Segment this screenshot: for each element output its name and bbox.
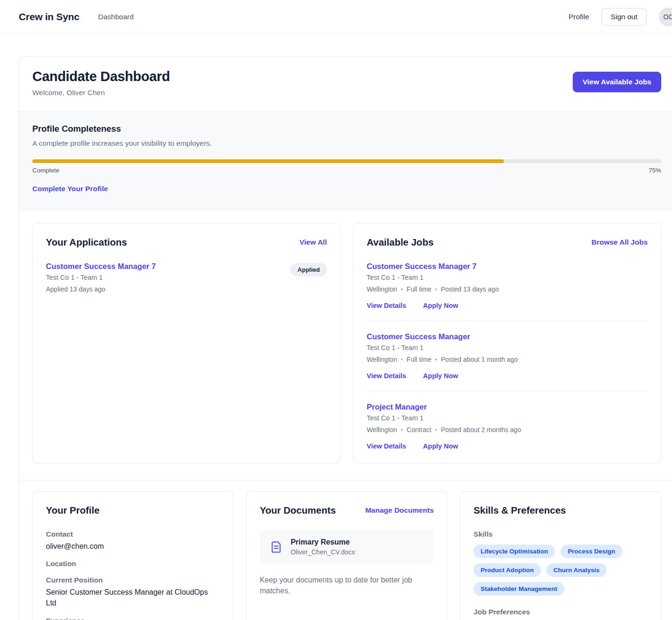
job-actions: View Details Apply Now — [367, 302, 648, 309]
skills-card-header: Skills & Preferences — [473, 505, 648, 516]
skill-chip: Lifecycle Optimisation — [473, 545, 555, 558]
job-title-link[interactable]: Customer Success Manager — [367, 332, 470, 341]
profile-completeness-section: Profile Completeness A complete profile … — [19, 111, 672, 210]
job-posted: Posted about 1 month ago — [431, 356, 517, 363]
applications-title: Your Applications — [46, 237, 127, 248]
dashboard-panel: Candidate Dashboard Welcome, Oliver Chen… — [19, 56, 672, 620]
profile-field-label: Current Position — [46, 576, 220, 584]
job-company: Test Co 1 - Team 1 — [367, 414, 648, 422]
job-location: Wellington — [367, 285, 397, 293]
nav-profile-link[interactable]: Profile — [569, 13, 589, 21]
skill-chip: Churn Analysis — [546, 563, 607, 577]
apply-now-link[interactable]: Apply Now — [423, 302, 458, 309]
skill-chip: Process Design — [561, 545, 622, 558]
job-type: Full time — [397, 356, 431, 363]
browse-all-jobs-link[interactable]: Browse All Jobs — [591, 238, 648, 247]
nav-right-group: Profile Sign out OC — [569, 7, 672, 26]
completeness-description: A complete profile increases your visibi… — [32, 139, 661, 148]
job-actions: View Details Apply Now — [367, 372, 648, 380]
job-actions: View Details Apply Now — [367, 442, 648, 450]
progress-bar-fill — [32, 159, 504, 163]
job-location: Wellington — [367, 426, 397, 433]
documents-card-header: Your Documents Manage Documents — [260, 505, 434, 516]
status-badge: Applied — [290, 263, 327, 276]
application-date: Applied 13 days ago — [46, 285, 156, 293]
avatar[interactable]: OC — [659, 7, 672, 26]
job-posted: Posted about 2 months ago — [431, 426, 521, 433]
document-icon — [269, 540, 283, 554]
job-title-link[interactable]: Customer Success Manager 7 — [367, 262, 477, 271]
profile-field: Experience 7 years — [46, 617, 220, 620]
application-job-title-link[interactable]: Customer Success Manager 7 — [46, 262, 156, 271]
progress-bar-track — [32, 159, 661, 163]
profile-field-label: Location — [46, 560, 220, 568]
top-nav: Crew in Sync Dashboard Profile Sign out … — [0, 0, 672, 34]
two-column-section: Your Applications View All Customer Succ… — [32, 223, 661, 463]
welcome-text: Welcome, Oliver Chen — [32, 89, 170, 97]
three-column-section: Your Profile Contact oliver@chen.com Loc… — [32, 491, 661, 620]
skills-chips: Lifecycle Optimisation Process Design Pr… — [473, 545, 648, 596]
job-type: Full time — [397, 285, 431, 293]
skill-chip: Product Adoption — [473, 563, 540, 577]
applications-card: Your Applications View All Customer Succ… — [32, 223, 340, 463]
page-header-text: Candidate Dashboard Welcome, Oliver Chen — [32, 69, 170, 97]
job-item: Project Manager Test Co 1 - Team 1 Welli… — [367, 391, 648, 450]
profile-field: Location — [46, 560, 220, 568]
profile-field-label: Contact — [46, 530, 220, 538]
app-logo: Crew in Sync — [19, 11, 79, 22]
progress-labels: Complete 75% — [32, 167, 661, 174]
document-info: Primary Resume Oliver_Chen_CV.docx — [291, 538, 355, 556]
application-company: Test Co 1 - Team 1 — [46, 274, 156, 281]
profile-card-title: Your Profile — [46, 505, 100, 516]
applications-list: Customer Success Manager 7 Test Co 1 - T… — [46, 262, 327, 293]
signout-button[interactable]: Sign out — [601, 8, 647, 26]
view-details-link[interactable]: View Details — [367, 302, 406, 309]
profile-field: Current Position Senior Customer Success… — [46, 576, 220, 608]
apply-now-link[interactable]: Apply Now — [423, 372, 458, 380]
progress-left-label: Complete — [32, 167, 59, 174]
page-header: Candidate Dashboard Welcome, Oliver Chen… — [32, 57, 661, 111]
job-posted: Posted 13 days ago — [431, 285, 499, 293]
document-filename: Oliver_Chen_CV.docx — [291, 548, 355, 556]
job-meta: WellingtonFull timePosted 13 days ago — [367, 285, 648, 293]
application-item: Customer Success Manager 7 Test Co 1 - T… — [46, 262, 327, 293]
skills-card-title: Skills & Preferences — [473, 505, 566, 516]
job-company: Test Co 1 - Team 1 — [367, 344, 648, 351]
job-item: Customer Success Manager 7 Test Co 1 - T… — [367, 262, 648, 309]
apply-now-link[interactable]: Apply Now — [423, 442, 458, 450]
job-meta: WellingtonContractPosted about 2 months … — [367, 426, 648, 433]
job-location: Wellington — [367, 356, 397, 363]
documents-card: Your Documents Manage Documents Primary … — [246, 491, 448, 620]
job-item: Customer Success Manager Test Co 1 - Tea… — [367, 321, 648, 380]
job-title-link[interactable]: Project Manager — [367, 403, 427, 411]
profile-fields: Contact oliver@chen.com Location Current… — [46, 530, 220, 620]
job-company: Test Co 1 - Team 1 — [367, 274, 648, 281]
progress-percent-label: 75% — [649, 167, 661, 174]
section-divider — [19, 480, 672, 480]
document-name: Primary Resume — [291, 538, 355, 546]
view-all-link[interactable]: View All — [299, 238, 327, 247]
profile-field-value: oliver@chen.com — [46, 541, 220, 552]
manage-documents-link[interactable]: Manage Documents — [365, 506, 434, 515]
profile-field: Contact oliver@chen.com — [46, 530, 220, 552]
view-available-jobs-button[interactable]: View Available Jobs — [573, 72, 661, 92]
applications-card-header: Your Applications View All — [46, 237, 327, 248]
profile-card: Your Profile Contact oliver@chen.com Loc… — [32, 491, 234, 620]
view-details-link[interactable]: View Details — [367, 372, 406, 380]
complete-profile-link[interactable]: Complete Your Profile — [32, 185, 108, 193]
available-jobs-title: Available Jobs — [367, 237, 434, 248]
documents-card-title: Your Documents — [260, 505, 336, 516]
available-jobs-card-header: Available Jobs Browse All Jobs — [367, 237, 648, 248]
application-item-info: Customer Success Manager 7 Test Co 1 - T… — [46, 262, 156, 293]
job-preferences-label: Job Preferences — [473, 608, 648, 616]
nav-item-dashboard[interactable]: Dashboard — [98, 13, 133, 21]
jobs-list: Customer Success Manager 7 Test Co 1 - T… — [367, 262, 648, 450]
documents-note: Keep your documents up to date for bette… — [260, 575, 434, 596]
job-type: Contract — [397, 426, 431, 433]
skill-chip: Stakeholder Management — [473, 582, 564, 596]
completeness-title: Profile Completeness — [32, 124, 661, 134]
document-row[interactable]: Primary Resume Oliver_Chen_CV.docx — [260, 530, 434, 564]
skills-label: Skills — [473, 530, 648, 538]
job-meta: WellingtonFull timePosted about 1 month … — [367, 356, 648, 363]
view-details-link[interactable]: View Details — [367, 442, 406, 450]
